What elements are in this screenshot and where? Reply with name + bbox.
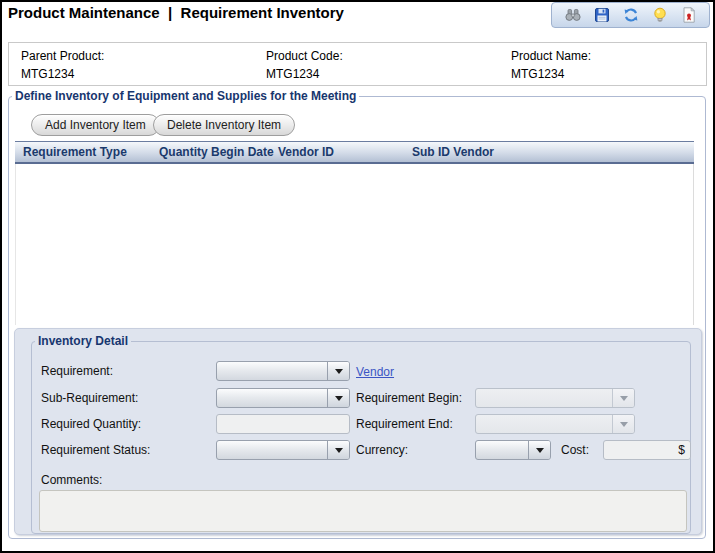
requirement-begin-select-value	[476, 389, 612, 407]
requirement-select[interactable]	[216, 361, 350, 381]
define-inventory-legend: Define Inventory of Equipment and Suppli…	[12, 89, 359, 104]
page-title: Product Maintenance | Requirement Invent…	[8, 4, 344, 21]
save-icon[interactable]	[593, 6, 611, 24]
sub-requirement-label: Sub-Requirement:	[41, 390, 138, 406]
parent-product-value: MTG1234	[21, 66, 104, 82]
bulb-icon[interactable]	[651, 6, 669, 24]
cost-input[interactable]	[609, 442, 678, 458]
product-code-field: Product Code: MTG1234	[266, 48, 343, 82]
cost-label: Cost:	[561, 442, 589, 458]
parent-product-label: Parent Product:	[21, 48, 104, 64]
currency-select[interactable]	[475, 440, 551, 460]
inventory-table-header: Requirement Type Quantity Begin Date Ven…	[15, 141, 694, 164]
inventory-detail-panel: Inventory Detail Requirement: Vendor Sub…	[14, 328, 702, 535]
requirement-end-select-value	[476, 415, 612, 433]
requirement-label: Requirement:	[41, 363, 113, 379]
required-quantity-input[interactable]	[216, 414, 350, 434]
column-sub-id-vendor[interactable]: Sub ID Vendor	[412, 142, 494, 162]
product-info-box: Parent Product: MTG1234 Product Code: MT…	[8, 42, 707, 86]
define-inventory-fieldset: Define Inventory of Equipment and Suppli…	[8, 96, 706, 539]
column-vendor-id[interactable]: Vendor ID	[278, 142, 334, 162]
column-quantity-begin-date[interactable]: Quantity Begin Date	[159, 142, 274, 162]
cost-field: $	[603, 440, 691, 460]
chevron-down-icon[interactable]	[327, 441, 349, 459]
chevron-down-icon[interactable]	[612, 389, 634, 407]
product-code-value: MTG1234	[266, 66, 343, 82]
add-inventory-item-button[interactable]: Add Inventory Item	[31, 114, 160, 136]
report-document-icon[interactable]	[680, 6, 698, 24]
chevron-down-icon[interactable]	[327, 362, 349, 380]
required-quantity-label: Required Quantity:	[41, 416, 141, 432]
page: Product Maintenance | Requirement Invent…	[0, 0, 715, 553]
inventory-table-body[interactable]	[15, 164, 694, 325]
inventory-detail-legend: Inventory Detail	[35, 334, 131, 349]
comments-textarea[interactable]	[39, 490, 687, 532]
chevron-down-icon[interactable]	[327, 389, 349, 407]
binoculars-icon[interactable]	[564, 6, 582, 24]
product-name-field: Product Name: MTG1234	[511, 48, 591, 82]
requirement-end-label: Requirement End:	[356, 416, 453, 432]
parent-product-field: Parent Product: MTG1234	[21, 48, 104, 82]
product-name-value: MTG1234	[511, 66, 591, 82]
currency-select-value	[476, 441, 528, 459]
column-requirement-type[interactable]: Requirement Type	[23, 142, 127, 162]
chevron-down-icon[interactable]	[612, 415, 634, 433]
requirement-select-value	[217, 362, 327, 380]
sub-requirement-select[interactable]	[216, 388, 350, 408]
requirement-begin-select[interactable]	[475, 388, 635, 408]
requirement-begin-label: Requirement Begin:	[356, 390, 462, 406]
requirement-status-select[interactable]	[216, 440, 350, 460]
vendor-link[interactable]: Vendor	[356, 364, 394, 380]
sub-requirement-select-value	[217, 389, 327, 407]
inventory-detail-fieldset: Inventory Detail Requirement: Vendor Sub…	[31, 341, 691, 534]
delete-inventory-item-button[interactable]: Delete Inventory Item	[153, 114, 295, 136]
requirement-end-select[interactable]	[475, 414, 635, 434]
product-code-label: Product Code:	[266, 48, 343, 64]
toolbar	[551, 2, 710, 28]
inventory-table: Requirement Type Quantity Begin Date Ven…	[15, 141, 694, 325]
refresh-icon[interactable]	[622, 6, 640, 24]
comments-label: Comments:	[41, 472, 102, 488]
currency-label: Currency:	[356, 442, 408, 458]
cost-currency-suffix: $	[678, 443, 685, 457]
requirement-status-label: Requirement Status:	[41, 442, 150, 458]
chevron-down-icon[interactable]	[528, 441, 550, 459]
requirement-status-select-value	[217, 441, 327, 459]
product-name-label: Product Name:	[511, 48, 591, 64]
